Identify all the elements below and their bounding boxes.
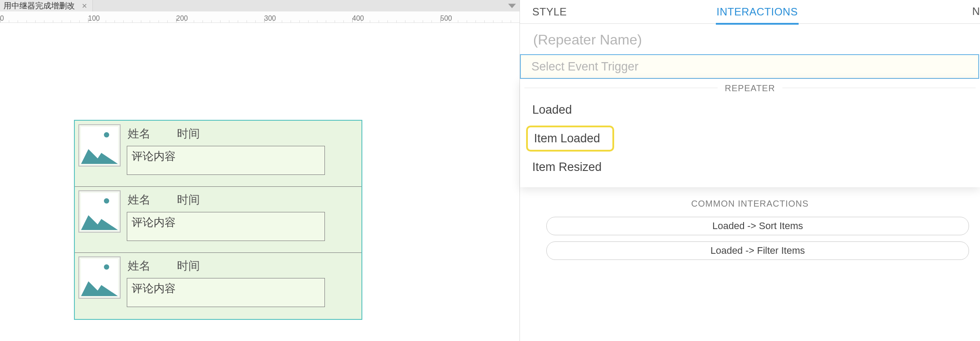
time-label: 时间 <box>177 258 200 274</box>
ruler-mark: 100 <box>88 15 100 22</box>
repeater-widget[interactable]: 姓名 时间 评论内容 姓名 时间 评论内容 <box>74 120 362 320</box>
ruler-mark: 400 <box>352 15 364 22</box>
inspector-tabs: STYLE INTERACTIONS N <box>520 0 980 24</box>
event-option-item-loaded[interactable]: Item Loaded <box>526 126 614 152</box>
image-placeholder[interactable] <box>78 256 121 299</box>
name-label: 姓名 <box>128 126 151 141</box>
repeater-row[interactable]: 姓名 时间 评论内容 <box>75 121 361 187</box>
inspector-panel: STYLE INTERACTIONS N (Repeater Name) Sel… <box>519 0 980 341</box>
ruler-mark: 300 <box>264 15 276 22</box>
mountain-icon <box>81 276 118 296</box>
tab-notes-partial[interactable]: N <box>972 5 980 18</box>
event-option-item-resized[interactable]: Item Resized <box>520 153 980 181</box>
canvas-area: 用中继器完成增删改 × 0 100 200 300 400 500 <box>0 0 519 341</box>
repeater-row-content: 姓名 时间 评论内容 <box>125 189 358 241</box>
document-tab[interactable]: 用中继器完成增删改 × <box>0 0 93 11</box>
event-option-loaded[interactable]: Loaded <box>520 96 980 124</box>
time-label: 时间 <box>177 192 200 208</box>
time-label: 时间 <box>177 126 200 141</box>
tab-overflow-dropdown-icon[interactable] <box>507 2 517 11</box>
common-interactions-section: COMMON INTERACTIONS Loaded -> Sort Items… <box>520 187 980 260</box>
svg-marker-0 <box>508 4 516 8</box>
widget-name-placeholder[interactable]: (Repeater Name) <box>520 24 980 54</box>
svg-marker-2 <box>81 215 118 230</box>
svg-marker-3 <box>81 281 118 296</box>
common-loaded-sort-button[interactable]: Loaded -> Sort Items <box>546 217 969 235</box>
document-tab-title: 用中继器完成增删改 <box>4 0 75 11</box>
image-placeholder-icon <box>104 264 109 270</box>
repeater-row[interactable]: 姓名 时间 评论内容 <box>75 187 361 253</box>
comment-field[interactable]: 评论内容 <box>127 146 325 175</box>
mountain-icon <box>81 210 118 230</box>
name-label: 姓名 <box>128 192 151 208</box>
name-label: 姓名 <box>128 258 151 274</box>
tab-style[interactable]: STYLE <box>532 6 567 18</box>
repeater-row[interactable]: 姓名 时间 评论内容 <box>75 253 361 319</box>
ruler-mark: 500 <box>440 15 452 22</box>
event-trigger-placeholder: Select Event Trigger <box>531 60 638 74</box>
image-placeholder[interactable] <box>78 190 121 233</box>
event-trigger-select[interactable]: Select Event Trigger <box>520 54 979 79</box>
ruler-mark: 200 <box>176 15 188 22</box>
image-placeholder[interactable] <box>78 124 121 167</box>
horizontal-ruler: 0 100 200 300 400 500 <box>0 11 519 23</box>
document-tab-bar: 用中继器完成增删改 × <box>0 0 519 11</box>
comment-field[interactable]: 评论内容 <box>127 278 325 307</box>
close-icon[interactable]: × <box>79 1 90 11</box>
image-placeholder-icon <box>104 132 109 137</box>
tab-interactions[interactable]: INTERACTIONS <box>717 6 798 18</box>
repeater-row-content: 姓名 时间 评论内容 <box>125 123 358 175</box>
ruler-mark: 0 <box>0 15 4 22</box>
dropdown-section-repeater: REPEATER <box>520 79 980 96</box>
mountain-icon <box>81 144 118 164</box>
svg-marker-1 <box>81 149 118 164</box>
common-loaded-filter-button[interactable]: Loaded -> Filter Items <box>546 241 969 260</box>
image-placeholder-icon <box>104 198 109 204</box>
repeater-row-content: 姓名 时间 评论内容 <box>125 256 358 307</box>
common-interactions-label: COMMON INTERACTIONS <box>520 199 980 209</box>
comment-field[interactable]: 评论内容 <box>127 212 325 241</box>
event-dropdown: REPEATER Loaded Item Loaded Item Resized <box>520 79 980 187</box>
